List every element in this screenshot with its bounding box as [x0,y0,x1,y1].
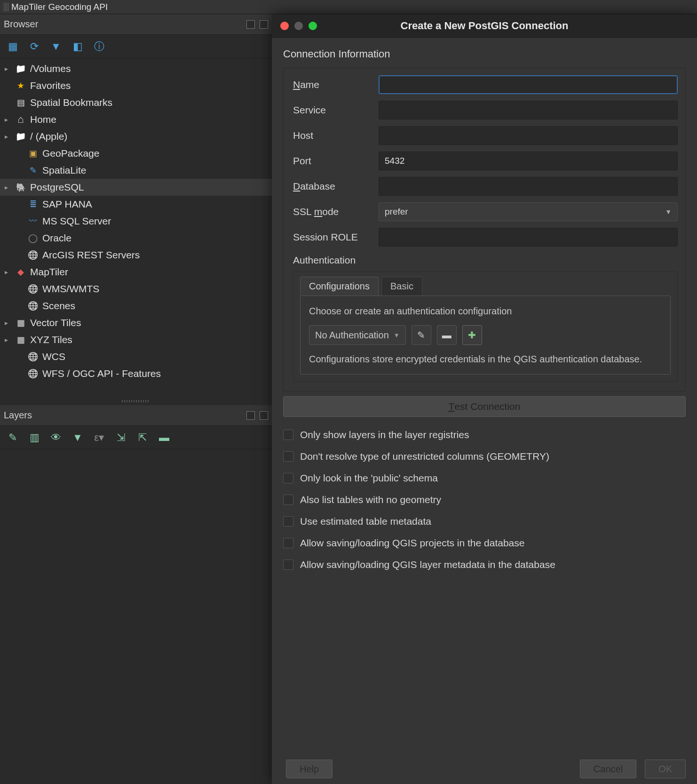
database-label: Database [293,181,373,192]
tree-item-sap-hana[interactable]: SAP HANA [0,196,272,213]
option-checkbox[interactable] [283,430,293,440]
filter-icon[interactable]: ▼ [50,40,62,53]
test-connection-button[interactable]: Test Connection [283,396,686,417]
option-row: Only show layers in the layer registries [283,426,686,443]
layers-title: Layers [4,410,32,421]
ok-button[interactable]: OK [645,760,686,778]
pg-icon [15,182,26,193]
option-checkbox[interactable] [283,538,293,548]
style-icon[interactable]: ✎ [7,432,19,444]
wave-icon [27,216,39,227]
visibility-icon[interactable]: 👁 [50,432,62,444]
tree-item-label: PostgreSQL [30,182,84,193]
tree-item-wfs-ogc-api-features[interactable]: WFS / OGC API - Features [0,365,272,382]
tab-configurations[interactable]: Configurations [300,277,379,296]
option-checkbox[interactable] [283,495,293,505]
layers-toolbar: ✎ ▥ 👁 ▼ ε▾ ⇲ ⇱ ▬ [0,426,272,449]
auth-edit-button[interactable]: ✎ [412,325,431,345]
auth-remove-button[interactable]: ▬ [437,325,457,345]
option-checkbox[interactable] [283,560,293,570]
tree-item-postgresql[interactable]: ▸PostgreSQL [0,179,272,196]
options-checklist: Only show layers in the layer registries… [283,422,686,573]
service-input[interactable] [379,101,678,120]
option-checkbox[interactable] [283,516,293,527]
globe-icon [27,351,39,362]
option-checkbox[interactable] [283,473,293,483]
expand-all-icon[interactable]: ⇲ [115,432,127,444]
tree-item-label: SAP HANA [42,199,92,210]
expression-icon[interactable]: ε▾ [93,432,105,444]
remove-layer-icon[interactable]: ▬ [158,432,170,444]
database-input[interactable] [379,177,678,196]
cancel-button[interactable]: Cancel [580,760,636,778]
tab-basic[interactable]: Basic [381,277,422,296]
globe-icon [27,300,39,312]
collapse-all-icon[interactable]: ⇱ [136,432,149,444]
tree-item-label: /Volumes [30,63,71,74]
panel-dock-icon[interactable] [246,411,255,420]
tree-item-favorites[interactable]: Favorites [0,77,272,94]
panel-splitter[interactable] [0,397,272,405]
option-label: Allow saving/loading QGIS projects in th… [300,537,524,549]
filter-legend-icon[interactable]: ▼ [71,432,84,444]
expand-arrow-icon: ▸ [5,268,11,276]
port-input[interactable] [379,152,678,170]
main-window: MapTiler Geocoding API Browser ▦ ⟳ ▼ ◧ ⓘ… [0,0,697,784]
option-label: Only look in the 'public' schema [300,472,438,484]
tree-item-vector-tiles[interactable]: ▸Vector Tiles [0,314,272,331]
add-group-icon[interactable]: ▥ [28,432,40,444]
option-label: Don't resolve type of unrestricted colum… [300,451,549,462]
postgis-connection-dialog: Create a New PostGIS Connection Connecti… [272,14,697,784]
panel-dock-icon[interactable] [246,20,255,29]
box-icon [27,148,39,159]
refresh-icon[interactable]: ⟳ [28,40,40,53]
feather-icon [27,165,39,176]
tree-item--volumes[interactable]: ▸/Volumes [0,60,272,77]
dialog-title: Create a New PostGIS Connection [272,20,697,32]
add-layer-icon[interactable]: ▦ [7,40,19,53]
port-label: Port [293,155,373,167]
layers-body[interactable] [0,449,272,784]
info-icon[interactable]: ⓘ [93,40,105,53]
dialog-titlebar[interactable]: Create a New PostGIS Connection [272,14,697,38]
sslmode-select[interactable]: prefer ▼ [379,202,678,221]
auth-add-button[interactable]: ✚ [462,325,482,345]
tree-item-label: SpatiaLite [42,165,86,176]
tree-item-label: WMS/WMTS [42,283,99,295]
plus-icon: ✚ [468,329,476,341]
host-label: Host [293,130,373,141]
name-input[interactable] [379,75,678,94]
tree-item-spatialite[interactable]: SpatiaLite [0,162,272,179]
tree-item-ms-sql-server[interactable]: MS SQL Server [0,213,272,230]
zoom-window-icon[interactable] [309,22,317,30]
globe-icon [27,368,39,379]
tree-item-scenes[interactable]: Scenes [0,297,272,314]
auth-config-select[interactable]: No Authentication ▼ [309,325,406,345]
close-window-icon[interactable] [280,22,289,30]
left-panel: Browser ▦ ⟳ ▼ ◧ ⓘ ▸/VolumesFavoritesSpat… [0,14,272,784]
panel-close-icon[interactable] [260,411,268,420]
session-role-input[interactable] [379,228,678,247]
tree-item-geopackage[interactable]: GeoPackage [0,145,272,162]
browser-tree[interactable]: ▸/VolumesFavoritesSpatial Bookmarks▸Home… [0,58,272,397]
expand-arrow-icon: ▸ [5,116,11,123]
tree-item-xyz-tiles[interactable]: ▸XYZ Tiles [0,331,272,348]
tree-item-label: WCS [42,351,65,362]
tree-item-label: / (Apple) [30,131,67,142]
option-checkbox[interactable] [283,451,293,462]
tree-item-arcgis-rest-servers[interactable]: ArcGIS REST Servers [0,247,272,264]
help-button[interactable]: Help [286,760,333,778]
tree-item-oracle[interactable]: Oracle [0,230,272,247]
tree-item-wms-wmts[interactable]: WMS/WMTS [0,280,272,297]
star-icon [15,80,26,91]
folder-icon [15,63,26,74]
tree-item-wcs[interactable]: WCS [0,348,272,365]
expand-arrow-icon: ▸ [5,133,11,140]
host-input[interactable] [379,126,678,145]
tree-item--apple-[interactable]: ▸/ (Apple) [0,128,272,145]
panel-close-icon[interactable] [260,20,268,29]
tree-item-maptiler[interactable]: ▸MapTiler [0,264,272,280]
collapse-icon[interactable]: ◧ [71,40,84,53]
tree-item-spatial-bookmarks[interactable]: Spatial Bookmarks [0,94,272,111]
tree-item-home[interactable]: ▸Home [0,111,272,128]
